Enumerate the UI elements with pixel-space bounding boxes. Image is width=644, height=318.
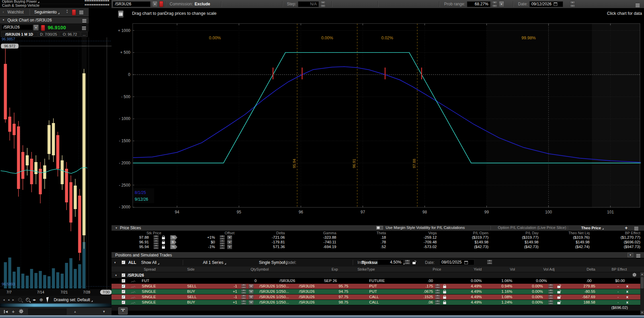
vol-adj-stepper[interactable]: +−: [548, 289, 553, 294]
slice-offset[interactable]: +1%: [207, 235, 215, 239]
lock-icon[interactable]: [162, 246, 165, 249]
pos-type[interactable]: CALL: [369, 295, 379, 299]
pos-type[interactable]: PUT: [369, 289, 377, 293]
margin-volatility-toggle[interactable]: [376, 226, 383, 230]
positions-col-header[interactable]: Exp: [332, 267, 338, 271]
price-lock-icon[interactable]: [443, 302, 446, 304]
prob-range-input[interactable]: 68.27%: [467, 1, 490, 7]
chart-link-icon[interactable]: [131, 285, 136, 289]
pos-vol-adj[interactable]: 0.00%: [532, 284, 543, 288]
expand-up-icon[interactable]: ▲: [74, 310, 77, 313]
pos-side[interactable]: SELL: [187, 284, 197, 288]
slice-offset[interactable]: $0: [211, 240, 215, 244]
pos-symbol-desc[interactable]: /SR3U26 1/250...: [259, 300, 289, 304]
scroll-left-icon[interactable]: ◂: [3, 298, 5, 302]
interest-input[interactable]: 4.50%: [377, 260, 403, 265]
symbol-combo[interactable]: /SR3U26 ▼: [113, 0, 163, 8]
price-lock-icon[interactable]: [443, 296, 446, 299]
spark-icon[interactable]: [131, 296, 136, 299]
price-stepper[interactable]: +−: [435, 289, 440, 294]
zoom-out-icon[interactable]: [18, 298, 22, 302]
collapse-panel-button[interactable]: ▲: [118, 307, 128, 315]
pos-qty[interactable]: -1: [234, 284, 237, 288]
settings-gear-icon[interactable]: [19, 309, 24, 314]
positions-menu-icon[interactable]: [636, 254, 640, 255]
vol-adj-lock-icon[interactable]: [557, 286, 560, 288]
chart-link-icon[interactable]: [131, 301, 136, 306]
pos-strike[interactable]: 95.75: [339, 284, 348, 288]
qty-stepper[interactable]: +−: [241, 295, 246, 299]
group-checkbox[interactable]: ✓: [122, 273, 125, 277]
pos-price[interactable]: .0675: [423, 289, 433, 293]
positions-filter-icon[interactable]: ▼: [628, 253, 633, 257]
price-stepper[interactable]: +−: [435, 284, 440, 288]
series-dropdown[interactable]: All 1 Series: [203, 260, 223, 265]
quick-chart-symbol-input[interactable]: /SR3U26: [1, 25, 33, 30]
quick-chart-header[interactable]: ▾ Quick Chart on /SR3U26: [0, 17, 89, 24]
spark-icon[interactable]: [131, 280, 136, 283]
pos-spread[interactable]: SINGLE: [142, 300, 156, 304]
pos-vol-adj[interactable]: 0.00%: [532, 300, 543, 304]
prob-range-dropdown-icon[interactable]: ▼: [499, 1, 504, 7]
positions-date-input[interactable]: 08/01/2025: [439, 260, 474, 265]
positions-col-header[interactable]: StrikeType: [357, 267, 375, 271]
slice-stk-price[interactable]: 96.91: [139, 240, 149, 244]
margin-volatility-label[interactable]: Use Margin Style Volatility for P/L Calc…: [386, 226, 465, 230]
price-lock-icon[interactable]: [443, 286, 446, 288]
vol-adj-stepper[interactable]: +−: [548, 300, 553, 305]
price-lock-icon[interactable]: [443, 291, 446, 293]
row-close-icon[interactable]: x: [626, 284, 628, 288]
pos-price[interactable]: .00: [428, 279, 433, 283]
slice-offset-mode-badge[interactable]: %: [170, 245, 177, 249]
spark-icon[interactable]: [131, 302, 136, 305]
pos-strike[interactable]: 94.75: [339, 289, 348, 293]
pos-type[interactable]: CALL: [369, 300, 379, 304]
row-checkbox[interactable]: ✓: [122, 290, 125, 293]
slice-stk-price[interactable]: 97.88: [139, 235, 149, 239]
gear-icon[interactable]: [19, 309, 24, 314]
slice-offset[interactable]: -1%: [208, 245, 215, 249]
slice-offset-mode-badge[interactable]: %: [170, 235, 177, 240]
pos-qty[interactable]: +1: [233, 289, 237, 293]
quick-chart-candlestick[interactable]: 96.985796.97296.5893: [1, 37, 112, 289]
toolbar-menu-icon[interactable]: [636, 4, 640, 4]
pos-strike[interactable]: 97.75: [339, 295, 348, 299]
slice-offset-stepper[interactable]: +−: [220, 240, 225, 244]
tab-seguimiento[interactable]: Seguimiento: [34, 10, 57, 14]
pos-side[interactable]: SELL: [187, 295, 197, 299]
row-close-icon[interactable]: x: [626, 300, 628, 304]
add-gadget-button[interactable]: +: [12, 309, 15, 314]
row-close-icon[interactable]: x: [626, 289, 628, 293]
positions-col-header[interactable]: BP Effect: [612, 267, 627, 271]
symbol-row-menu-icon[interactable]: [82, 27, 86, 27]
pos-spread[interactable]: SINGLE: [142, 295, 156, 299]
symbol-filter-dropdown[interactable]: Single Symbol: [259, 260, 285, 265]
slice-price-stepper[interactable]: +−: [154, 245, 159, 249]
qty-dropdown-icon[interactable]: ▼: [249, 300, 254, 305]
pos-qty[interactable]: +1: [233, 300, 237, 304]
slice-price-stepper[interactable]: +−: [154, 235, 159, 240]
sort-arrows-icon[interactable]: ▴▾: [67, 9, 68, 13]
price-slices-menu-icon[interactable]: [634, 227, 638, 228]
collapse-down-icon[interactable]: ▼: [102, 310, 105, 313]
slice-offset-stepper[interactable]: +−: [220, 245, 225, 249]
qty-stepper[interactable]: +−: [241, 289, 246, 294]
jump-start-button[interactable]: ◀: [4, 310, 8, 313]
spark-icon[interactable]: [131, 285, 136, 288]
watchlist-expand-chevron-icon[interactable]: ›: [3, 10, 4, 14]
positions-date-stepper[interactable]: +−: [487, 260, 492, 264]
pos-spread[interactable]: FUT: [142, 279, 149, 283]
calendar-icon[interactable]: [464, 261, 468, 264]
row-checkbox[interactable]: ✓: [122, 295, 125, 299]
slice-stk-price[interactable]: 95.94: [139, 245, 149, 249]
calendar-icon[interactable]: [554, 2, 557, 6]
pos-vol-adj[interactable]: 0.00%: [532, 295, 543, 299]
positions-collapse-icon[interactable]: ▾: [114, 261, 116, 264]
positions-col-header[interactable]: Side: [187, 267, 195, 271]
option-buying-power-label[interactable]: Option Buying Power: [2, 0, 37, 3]
lock-icon[interactable]: [162, 242, 165, 244]
quick-chart-menu-icon[interactable]: [82, 19, 86, 20]
pos-spread[interactable]: SINGLE: [142, 284, 156, 288]
positions-scrollbar[interactable]: ▲ ▼: [640, 272, 644, 315]
row-close-icon[interactable]: x: [626, 295, 628, 299]
